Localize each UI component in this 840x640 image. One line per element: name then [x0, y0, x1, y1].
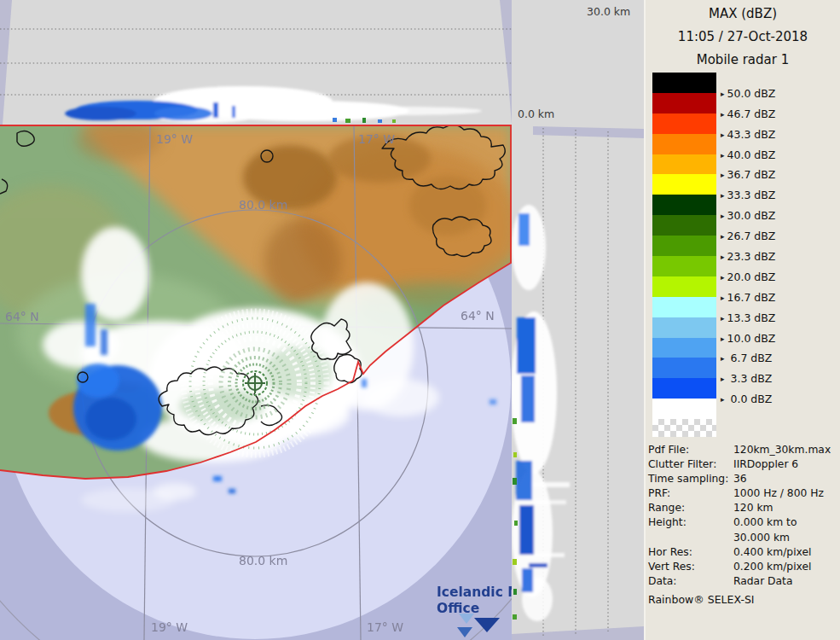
- info-row: Hor Res:0.400 km/pixel: [648, 545, 839, 560]
- radar-map-canvas[interactable]: 19° W 17° W 80.0 km 80.0 km 64° N 64° N …: [0, 125, 512, 640]
- info-value: IIRDoppler 6: [733, 457, 839, 472]
- scale-row: ▸ 6.7 dBZ: [652, 338, 837, 358]
- info-label: Time sampling:: [648, 472, 733, 486]
- scale-row: ▸43.3 dBZ: [652, 113, 837, 134]
- lon-label-bottom-19w: 19° W: [151, 620, 188, 634]
- info-row: Data:Radar Data: [648, 574, 839, 589]
- scale-swatch: [652, 113, 716, 134]
- info-label: Data:: [648, 574, 733, 589]
- scale-row: ▸ 0.0 dBZ: [652, 378, 837, 399]
- scale-row: ▸20.0 dBZ: [652, 256, 837, 276]
- scale-row: ▸46.7 dBZ: [652, 93, 837, 113]
- info-row: Time sampling:36: [648, 472, 839, 486]
- ring-label-top: 80.0 km: [239, 198, 287, 212]
- info-label: Vert Res:: [648, 560, 733, 574]
- info-value: 30.000 km: [733, 531, 839, 545]
- info-row: Pdf File:120km_30km.max: [648, 443, 839, 457]
- radar-application-window: 0.0 km 30.0 km: [0, 0, 840, 640]
- scale-row: ▸33.3 dBZ: [652, 174, 837, 195]
- scale-swatch: [652, 256, 716, 276]
- info-row: 30.000 km: [648, 531, 839, 545]
- info-label: Height:: [648, 515, 733, 530]
- scale-row: ▸10.0 dBZ: [652, 317, 837, 338]
- info-label: [648, 531, 733, 545]
- scale-swatch: [652, 378, 716, 399]
- ew-profile-canvas: [0, 0, 512, 125]
- info-value: 0.200 km/pixel: [733, 560, 839, 574]
- info-label: PRF:: [648, 486, 733, 501]
- info-value: 0.000 km to: [733, 515, 839, 530]
- legend-panel: MAX (dBZ) 11:05 / 27-Oct-2018 Mobile rad…: [644, 0, 840, 640]
- info-row: PRF:1000 Hz / 800 Hz: [648, 486, 839, 501]
- scale-transparency-checker: [652, 419, 716, 437]
- ring-label-bottom: 80.0 km: [239, 554, 287, 567]
- scale-swatch: [652, 174, 716, 195]
- info-row: Vert Res:0.200 km/pixel: [648, 560, 839, 574]
- scale-swatch: [652, 93, 716, 113]
- imo-logo-text-1: Icelandic Met: [437, 585, 512, 600]
- scale-row: ▸30.0 dBZ: [652, 195, 837, 215]
- product-datetime: 11:05 / 27-Oct-2018: [646, 28, 840, 46]
- info-row: Height:0.000 km to: [648, 515, 839, 530]
- scale-swatch: [652, 276, 716, 297]
- height-axis-zero-label: 0.0 km: [518, 108, 554, 120]
- scale-swatch: [652, 297, 716, 317]
- ns-profile-canvas: [512, 0, 644, 640]
- info-label: Clutter Filter:: [648, 457, 733, 472]
- scale-swatch: [652, 358, 716, 378]
- lon-label-top-17w: 17° W: [358, 132, 395, 146]
- scale-row: ▸50.0 dBZ: [652, 73, 837, 93]
- scale-below-zero-white: [652, 399, 716, 419]
- info-value: 120 km: [733, 501, 839, 515]
- scale-swatch: [652, 338, 716, 358]
- radar-map[interactable]: 19° W 17° W 80.0 km 80.0 km 64° N 64° N …: [0, 125, 512, 640]
- scale-swatch: [652, 195, 716, 215]
- product-info-list: Pdf File:120km_30km.maxClutter Filter:II…: [648, 443, 839, 589]
- scale-row: ▸40.0 dBZ: [652, 134, 837, 154]
- scale-swatch: [652, 215, 716, 236]
- scale-row: ▸26.7 dBZ: [652, 215, 837, 236]
- info-value: 36: [733, 472, 839, 486]
- scale-row: ▸13.3 dBZ: [652, 297, 837, 317]
- info-row: Range:120 km: [648, 501, 839, 515]
- scale-swatch: [652, 73, 716, 93]
- product-title: MAX (dBZ): [646, 5, 840, 23]
- scale-label: ▸ 0.0 dBZ: [721, 393, 772, 405]
- info-value: 0.400 km/pixel: [733, 545, 839, 560]
- lat-label-left: 64° N: [5, 310, 39, 323]
- lat-label-right: 64° N: [461, 309, 495, 323]
- scale-swatch: [652, 317, 716, 338]
- lon-label-bottom-17w: 17° W: [367, 620, 403, 634]
- scale-swatch: [652, 134, 716, 154]
- tick-arrow-icon: ▸: [721, 395, 725, 404]
- dbz-color-scale: ▸50.0 dBZ▸46.7 dBZ▸43.3 dBZ▸40.0 dBZ▸36.…: [652, 73, 837, 437]
- scale-row: ▸23.3 dBZ: [652, 236, 837, 256]
- info-label: Hor Res:: [648, 545, 733, 560]
- scale-row: ▸36.7 dBZ: [652, 154, 837, 175]
- scale-swatch: [652, 154, 716, 175]
- scale-row: ▸ 3.3 dBZ: [652, 358, 837, 378]
- info-label: Pdf File:: [648, 443, 733, 457]
- scale-value-text: 0.0 dBZ: [727, 393, 773, 405]
- info-value: 1000 Hz / 800 Hz: [733, 486, 839, 501]
- scale-row: ▸16.7 dBZ: [652, 276, 837, 297]
- ew-profile-panel: [0, 0, 512, 125]
- info-value: 120km_30km.max: [733, 443, 839, 457]
- height-axis-max-label: 30.0 km: [587, 5, 630, 18]
- radar-name: Mobile radar 1: [646, 51, 840, 69]
- lon-label-top-19w: 19° W: [156, 132, 193, 146]
- ns-profile-panel: 0.0 km 30.0 km: [512, 0, 644, 640]
- scale-swatch: [652, 236, 716, 256]
- info-label: Range:: [648, 501, 733, 515]
- info-value: Radar Data: [733, 574, 839, 589]
- software-footer: Rainbow® SELEX-SI: [648, 593, 755, 606]
- info-row: Clutter Filter:IIRDoppler 6: [648, 457, 839, 472]
